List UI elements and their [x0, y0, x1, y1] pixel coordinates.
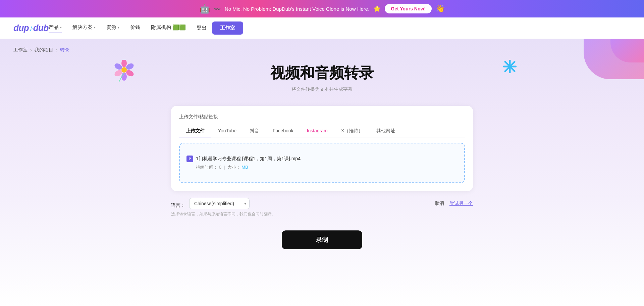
- nav-links: 产品 ▾ 解决方案 ▾ 资源 ▾ 价钱 附属机构 🟩🟩: [49, 24, 186, 32]
- banner-squiggle: 〰️: [214, 6, 221, 12]
- breadcrumb-transcription: 转录: [60, 47, 69, 53]
- upload-card: 上传文件/粘贴链接 上传文件 YouTube 抖音 Facebook Insta…: [171, 106, 473, 191]
- language-hint: 选择转录语言，如果与原始语言不同，我们也会同时翻译。: [171, 211, 473, 217]
- tab-instagram[interactable]: Instagram: [300, 125, 334, 137]
- svg-point-6: [121, 67, 127, 73]
- page-subtitle: 将文件转换为文本并生成字幕: [291, 86, 353, 92]
- page-hero: 视频和音频转录 将文件转换为文本并生成字幕: [0, 53, 644, 99]
- svg-point-0: [121, 60, 127, 67]
- language-select-wrapper: Chinese(simplified) English Japanese Kor…: [189, 198, 250, 209]
- nav-item-solutions[interactable]: 解决方案 ▾: [72, 24, 96, 32]
- banner-emoji: 🤖: [199, 4, 210, 14]
- promotion-banner: 🤖 〰️ No Mic, No Problem: DupDub's Instan…: [0, 0, 644, 17]
- breadcrumb-my-projects[interactable]: 我的项目: [35, 47, 53, 53]
- file-item: P 1门机器学习专业课程 [课程1，第1周，第1课].mp4 持续时间： 0 |…: [186, 156, 301, 170]
- tab-facebook[interactable]: Facebook: [266, 125, 300, 137]
- file-meta: 持续时间： 0 | 大小： MB: [196, 164, 301, 170]
- logout-button[interactable]: 登出: [197, 25, 207, 31]
- transcribe-button[interactable]: 录制: [282, 230, 362, 249]
- navbar: dup♪dub 产品 ▾ 解决方案 ▾ 资源 ▾ 价钱 附属机构 🟩🟩 登出 工…: [0, 17, 644, 39]
- breadcrumb-workspace[interactable]: 工作室: [13, 47, 28, 53]
- tab-twitter[interactable]: X（推特）: [334, 125, 370, 137]
- try-another-button[interactable]: 尝试另一个: [449, 201, 473, 207]
- action-buttons: 取消 尝试另一个: [435, 201, 473, 207]
- upload-section-label: 上传文件/粘贴链接: [179, 114, 465, 120]
- nav-item-pricing[interactable]: 价钱: [130, 24, 140, 32]
- tab-other-url[interactable]: 其他网址: [370, 125, 402, 137]
- chevron-down-icon: ▾: [94, 26, 96, 29]
- file-name: 1门机器学习专业课程 [课程1，第1周，第1课].mp4: [196, 156, 301, 162]
- banner-text: No Mic, No Problem: DupDub's Instant Voi…: [225, 6, 369, 12]
- banner-star: ⭐: [373, 5, 381, 12]
- nav-item-affiliate[interactable]: 附属机构 🟩🟩: [151, 24, 186, 32]
- logo: dup♪dub: [13, 23, 49, 33]
- chevron-down-icon: ▾: [118, 26, 119, 29]
- cancel-button[interactable]: 取消: [435, 201, 444, 207]
- language-row: 语言： Chinese(simplified) English Japanese…: [171, 198, 473, 209]
- language-select[interactable]: Chinese(simplified) English Japanese Kor…: [189, 198, 250, 209]
- affiliate-icon: 🟩🟩: [172, 24, 186, 31]
- tab-upload-file[interactable]: 上传文件: [179, 125, 211, 137]
- file-dropzone[interactable]: P 1门机器学习专业课程 [课程1，第1周，第1课].mp4 持续时间： 0 |…: [179, 143, 465, 183]
- banner-cta-button[interactable]: Get Yours Now!: [385, 4, 432, 13]
- tab-douyin[interactable]: 抖音: [243, 125, 266, 137]
- language-label: 语言：: [171, 203, 185, 209]
- nav-item-resources[interactable]: 资源 ▾: [106, 24, 119, 32]
- workspace-button[interactable]: 工作室: [212, 21, 243, 35]
- asterisk-decoration: [503, 60, 517, 76]
- flower-decoration: [114, 60, 134, 86]
- upload-tabs: 上传文件 YouTube 抖音 Facebook Instagram X（推特）…: [179, 125, 465, 137]
- language-section: 语言： Chinese(simplified) English Japanese…: [171, 198, 473, 217]
- breadcrumb: 工作室 › 我的项目 › 转录: [0, 39, 644, 53]
- chevron-down-icon: ▾: [60, 26, 62, 29]
- page-title: 视频和音频转录: [270, 63, 374, 83]
- file-name-row: P 1门机器学习专业课程 [课程1，第1周，第1课].mp4: [186, 156, 301, 162]
- breadcrumb-separator2: ›: [56, 47, 58, 53]
- file-type-icon: P: [186, 156, 193, 162]
- tab-youtube[interactable]: YouTube: [211, 125, 243, 137]
- nav-item-products[interactable]: 产品 ▾: [49, 24, 62, 32]
- language-left: 语言： Chinese(simplified) English Japanese…: [171, 198, 250, 209]
- transcribe-row: 录制: [0, 230, 644, 256]
- banner-hand: 👋: [436, 4, 445, 13]
- breadcrumb-separator: ›: [30, 47, 32, 53]
